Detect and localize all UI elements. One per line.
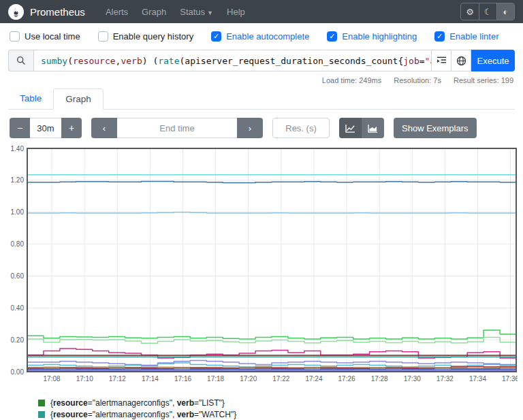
timeseries-chart: 0.000.200.400.600.801.001.201.4017:0817:… bbox=[8, 145, 518, 385]
query-token-metric: apiserver_request_duration_seconds_count bbox=[185, 56, 398, 66]
y-axis-tick-label: 0.20 bbox=[11, 336, 25, 344]
legend-label: {resource="alertmanagerconfigs", verb="W… bbox=[50, 410, 236, 419]
query-token-plain: ) ( bbox=[142, 56, 158, 66]
time-forward-button[interactable]: › bbox=[237, 118, 263, 138]
query-token-plain: = bbox=[419, 56, 425, 66]
theme-auto-contrast-button[interactable]: ◐ bbox=[496, 3, 514, 20]
checkbox-enable-linter[interactable]: ✓ bbox=[434, 31, 445, 42]
option-enable-query-history[interactable]: Enable query history bbox=[98, 31, 194, 42]
query-token-plain: { bbox=[398, 56, 403, 66]
x-axis-tick-label: 17:08 bbox=[44, 375, 61, 383]
x-axis-tick-label: 17:20 bbox=[240, 375, 257, 383]
query-expression-input[interactable]: sum by(resource, verb) (rate(apiserver_r… bbox=[33, 50, 432, 71]
y-axis-tick-label: 0.00 bbox=[11, 368, 25, 376]
query-token-keyword: sum bbox=[41, 56, 57, 66]
theme-dark-moon-button[interactable]: ☾ bbox=[479, 3, 496, 20]
range-input[interactable] bbox=[30, 118, 61, 138]
line-chart-toggle-button[interactable] bbox=[339, 118, 362, 138]
globe-icon bbox=[456, 56, 466, 66]
query-token-label: job bbox=[403, 56, 419, 66]
tab-table[interactable]: Table bbox=[8, 88, 53, 109]
stacked-chart-toggle-button[interactable] bbox=[362, 118, 384, 138]
query-bar: sum by(resource, verb) (rate(apiserver_r… bbox=[8, 50, 515, 71]
x-axis-tick-label: 17:18 bbox=[207, 375, 224, 383]
nav-link-help[interactable]: Help bbox=[221, 3, 251, 21]
x-axis-tick-label: 17:12 bbox=[109, 375, 126, 383]
x-axis-tick-label: 17:10 bbox=[76, 375, 93, 383]
option-enable-highlighting[interactable]: ✓Enable highlighting bbox=[327, 31, 417, 42]
range-decrease-button[interactable]: − bbox=[10, 118, 30, 138]
legend-swatch bbox=[38, 411, 45, 418]
query-token-plain: , bbox=[116, 56, 121, 66]
x-axis-tick-label: 17:28 bbox=[371, 375, 388, 383]
checkbox-enable-highlighting[interactable]: ✓ bbox=[327, 31, 337, 42]
line-chart-icon bbox=[345, 124, 355, 133]
checkbox-enable-query-history[interactable] bbox=[98, 31, 108, 42]
option-label: Enable highlighting bbox=[342, 31, 417, 42]
tree-view-icon bbox=[437, 56, 447, 65]
y-axis-tick-label: 1.00 bbox=[11, 208, 25, 216]
settings-gear-button[interactable]: ⚙ bbox=[461, 3, 479, 20]
nav-link-graph[interactable]: Graph bbox=[136, 3, 172, 21]
chart-container: 0.000.200.400.600.801.001.201.4017:0817:… bbox=[8, 145, 515, 387]
tab-graph[interactable]: Graph bbox=[53, 88, 104, 110]
option-checkbox-row: Use local timeEnable query history✓Enabl… bbox=[8, 23, 515, 44]
y-axis-tick-label: 0.40 bbox=[11, 304, 25, 312]
y-axis-tick-label: 0.80 bbox=[11, 240, 25, 248]
query-token-plain: ( bbox=[180, 56, 185, 66]
option-use-local-time[interactable]: Use local time bbox=[10, 31, 80, 42]
prometheus-logo-icon bbox=[8, 4, 24, 20]
dropdown-caret-icon: ▼ bbox=[207, 10, 213, 16]
nav-link-status[interactable]: Status▼ bbox=[174, 3, 219, 21]
legend-item[interactable]: {resource="alertmanagerconfigs", verb="W… bbox=[38, 408, 515, 420]
y-axis-tick-label: 1.20 bbox=[11, 176, 25, 184]
range-group: − + bbox=[10, 118, 82, 138]
brand[interactable]: Prometheus bbox=[8, 4, 85, 20]
range-increase-button[interactable]: + bbox=[61, 118, 82, 138]
resolution-input[interactable] bbox=[272, 118, 330, 138]
execute-button[interactable]: Execute bbox=[471, 50, 515, 71]
x-axis-tick-label: 17:16 bbox=[174, 375, 191, 383]
end-time-group: ‹ › bbox=[91, 118, 263, 138]
legend-label: {resource="alertmanagerconfigs", verb="L… bbox=[50, 398, 225, 408]
query-stats: Load time: 249ms Resolution: 7s Result s… bbox=[8, 71, 515, 86]
option-label: Enable query history bbox=[113, 31, 194, 42]
query-token-keyword: by bbox=[57, 56, 67, 66]
query-token-plain: ( bbox=[67, 56, 73, 66]
end-time-input[interactable] bbox=[117, 118, 237, 138]
checkbox-enable-autocomplete[interactable]: ✓ bbox=[211, 31, 221, 42]
option-enable-autocomplete[interactable]: ✓Enable autocomplete bbox=[211, 31, 309, 42]
top-navbar: Prometheus AlertsGraphStatus▼Help ⚙☾◐ bbox=[0, 0, 523, 23]
x-axis-tick-label: 17:24 bbox=[305, 375, 322, 383]
option-enable-linter[interactable]: ✓Enable linter bbox=[434, 31, 498, 42]
result-series: Result series: 199 bbox=[454, 76, 513, 84]
theme-dark-moon-icon: ☾ bbox=[484, 7, 492, 17]
theme-auto-contrast-icon: ◐ bbox=[503, 7, 509, 17]
x-axis-tick-label: 17:14 bbox=[142, 375, 159, 383]
chart-type-group bbox=[339, 118, 384, 138]
stacked-chart-icon bbox=[368, 124, 378, 133]
option-label: Use local time bbox=[25, 31, 80, 42]
panel-tabs: Table Graph bbox=[8, 88, 515, 110]
chart-legend: {resource="alertmanagerconfigs", verb="L… bbox=[38, 397, 515, 420]
query-token-label: verb bbox=[121, 56, 142, 66]
x-axis-tick-label: 17:34 bbox=[469, 375, 486, 383]
query-tree-view-button[interactable] bbox=[432, 50, 451, 71]
legend-item[interactable]: {resource="alertmanagerconfigs", verb="L… bbox=[38, 397, 515, 408]
option-label: Enable autocomplete bbox=[226, 31, 309, 42]
x-axis-tick-label: 17:36 bbox=[502, 375, 518, 383]
nav-link-alerts[interactable]: Alerts bbox=[100, 3, 133, 21]
navbar-icon-group: ⚙☾◐ bbox=[460, 3, 515, 20]
x-axis-tick-label: 17:32 bbox=[437, 375, 454, 383]
metrics-explorer-button[interactable] bbox=[451, 50, 471, 71]
y-axis-tick-label: 0.60 bbox=[11, 272, 25, 280]
brand-title: Prometheus bbox=[30, 6, 85, 18]
query-token-string: "apiserver" bbox=[425, 56, 432, 66]
show-exemplars-button[interactable]: Show Exemplars bbox=[394, 118, 477, 138]
search-icon bbox=[8, 50, 33, 71]
settings-gear-icon: ⚙ bbox=[466, 7, 474, 17]
resolution: Resolution: 7s bbox=[394, 76, 441, 84]
time-back-button[interactable]: ‹ bbox=[91, 118, 117, 138]
load-time: Load time: 249ms bbox=[322, 76, 381, 84]
checkbox-use-local-time[interactable] bbox=[10, 31, 20, 42]
